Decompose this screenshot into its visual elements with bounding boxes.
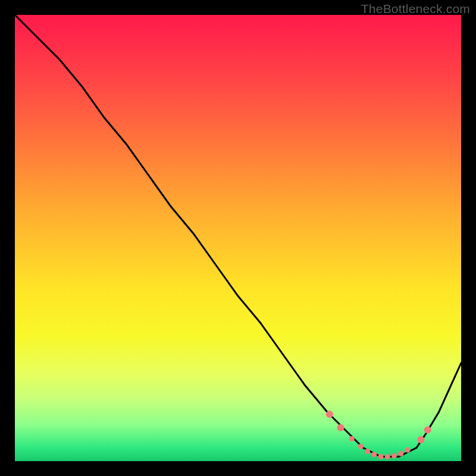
optimum-dot	[378, 454, 384, 459]
optimum-dot	[424, 427, 431, 434]
optimum-dot	[371, 452, 377, 457]
optimum-dot	[326, 411, 333, 418]
watermark-text: TheBottleneck.com	[361, 2, 470, 16]
optimum-dot	[349, 436, 355, 441]
optimum-dot	[358, 444, 364, 449]
optimum-dot	[385, 454, 390, 459]
bottleneck-curve	[15, 15, 461, 457]
curve-layer	[15, 15, 461, 461]
gradient-plot-area	[15, 15, 461, 461]
optimum-markers	[326, 411, 431, 459]
chart-frame: TheBottleneck.com	[0, 0, 476, 476]
optimum-dot	[418, 436, 425, 443]
optimum-dot	[337, 424, 345, 431]
optimum-dot	[392, 453, 397, 459]
optimum-dot	[365, 449, 370, 454]
optimum-dot	[398, 451, 403, 456]
optimum-dot	[405, 447, 411, 453]
